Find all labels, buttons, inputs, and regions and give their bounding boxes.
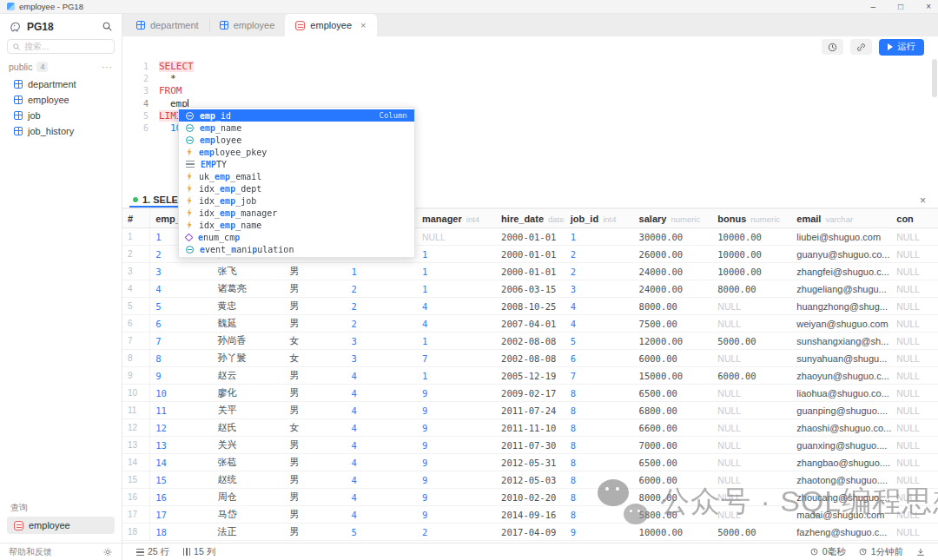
table-cell[interactable]: 10 <box>150 385 213 402</box>
table-cell[interactable]: NULL <box>712 437 791 454</box>
download-icon[interactable] <box>915 547 926 557</box>
table-cell[interactable]: 女 <box>284 333 346 350</box>
table-cell[interactable]: NULL <box>712 454 791 471</box>
table-cell[interactable]: 9 <box>417 402 496 419</box>
table-cell[interactable]: 1 <box>417 263 496 280</box>
table-cell[interactable]: 9 <box>417 489 496 506</box>
table-cell[interactable]: 2012-05-31 <box>496 454 565 471</box>
table-cell[interactable]: 8 <box>565 437 634 454</box>
table-cell[interactable]: 7 <box>565 367 634 385</box>
table-cell[interactable]: NULL <box>891 367 938 385</box>
table-cell[interactable]: 男 <box>284 506 346 524</box>
table-cell[interactable]: 26000.00 <box>634 246 713 263</box>
table-cell[interactable]: 1 <box>417 246 496 263</box>
autocomplete-item[interactable]: employee_pkey <box>179 146 414 158</box>
tab-department[interactable]: department <box>126 14 209 36</box>
sidebar-item-job[interactable]: job <box>0 108 122 123</box>
query-item-employee[interactable]: employee <box>7 517 115 534</box>
table-cell[interactable]: 6600.00 <box>634 419 713 437</box>
table-cell[interactable]: 男 <box>284 367 346 385</box>
table-cell[interactable]: 3 <box>565 280 634 298</box>
table-cell[interactable]: 6500.00 <box>634 454 713 471</box>
table-cell[interactable]: 4 <box>565 315 634 333</box>
table-cell[interactable]: zhangbao@shuguo.... <box>791 454 891 471</box>
table-cell[interactable]: 5000.00 <box>712 333 791 350</box>
table-cell[interactable]: 4 <box>347 419 417 437</box>
table-cell[interactable]: NULL <box>417 228 496 246</box>
table-cell[interactable]: 诸葛亮 <box>213 280 285 298</box>
sidebar-item-department[interactable]: department <box>0 76 122 92</box>
table-cell[interactable]: 1 <box>417 333 496 350</box>
table-cell[interactable]: NULL <box>712 489 791 506</box>
maximize-button[interactable]: □ <box>898 1 903 13</box>
table-cell[interactable]: 男 <box>284 263 346 280</box>
table-cell[interactable]: NULL <box>891 315 938 333</box>
autocomplete-item[interactable]: emp_idColumn <box>179 109 414 122</box>
table-cell[interactable]: 8 <box>565 454 634 471</box>
link-button[interactable] <box>850 39 872 55</box>
table-cell[interactable]: 3 <box>122 263 150 280</box>
run-button[interactable]: 运行 <box>879 39 924 56</box>
column-header-manager[interactable]: managerint4 <box>417 209 496 228</box>
history-button[interactable] <box>822 39 843 55</box>
table-cell[interactable]: 4 <box>150 280 213 298</box>
column-header-#[interactable]: # <box>122 209 150 228</box>
table-cell[interactable]: 16 <box>122 489 150 506</box>
table-cell[interactable]: 17 <box>150 506 213 524</box>
column-header-job_id[interactable]: job_idint4 <box>565 209 634 228</box>
table-cell[interactable]: 女 <box>284 419 346 437</box>
table-cell[interactable]: NULL <box>891 246 938 263</box>
table-cell[interactable]: 8000.00 <box>634 298 713 315</box>
table-cell[interactable]: 4 <box>347 489 417 506</box>
table-cell[interactable]: 周仓 <box>213 489 285 506</box>
table-cell[interactable]: 8 <box>565 402 634 419</box>
table-cell[interactable]: NULL <box>712 385 791 402</box>
table-cell[interactable]: NULL <box>712 419 791 437</box>
table-cell[interactable]: 4 <box>417 315 496 333</box>
table-cell[interactable]: 2 <box>347 315 417 333</box>
table-cell[interactable]: 9 <box>150 367 213 385</box>
table-cell[interactable]: 2014-09-16 <box>496 506 565 524</box>
table-cell[interactable]: 2002-08-08 <box>496 350 565 367</box>
table-cell[interactable]: 6500.00 <box>634 385 713 402</box>
table-cell[interactable]: 4 <box>565 298 634 315</box>
table-cell[interactable]: 2000-01-01 <box>496 228 565 246</box>
table-cell[interactable]: 4 <box>347 367 417 385</box>
table-cell[interactable]: 2002-08-08 <box>496 333 565 350</box>
table-cell[interactable]: sunshangxiang@sh... <box>791 333 891 350</box>
table-cell[interactable]: NULL <box>891 437 938 454</box>
table-cell[interactable]: 2008-10-25 <box>496 298 565 315</box>
table-cell[interactable]: NULL <box>891 385 938 402</box>
table-cell[interactable]: 30000.00 <box>634 228 713 246</box>
table-cell[interactable]: zhugeliang@shugu... <box>791 280 891 298</box>
table-cell[interactable]: 9 <box>417 437 496 454</box>
table-cell[interactable]: 9 <box>417 419 496 437</box>
table-cell[interactable]: 2000-01-01 <box>496 263 565 280</box>
autocomplete-item[interactable]: EMPTY <box>179 158 414 170</box>
table-cell[interactable]: 4 <box>347 402 417 419</box>
more-icon[interactable]: ··· <box>102 63 113 72</box>
table-cell[interactable]: NULL <box>891 263 938 280</box>
tab-employee[interactable]: employee <box>209 14 286 36</box>
gear-icon[interactable] <box>102 547 113 557</box>
table-cell[interactable]: 15000.00 <box>634 367 713 385</box>
table-cell[interactable]: NULL <box>891 333 938 350</box>
table-cell[interactable]: 男 <box>284 402 346 419</box>
table-cell[interactable]: NULL <box>712 350 791 367</box>
table-cell[interactable]: 14 <box>150 454 213 471</box>
table-cell[interactable]: 2000-01-01 <box>496 246 565 263</box>
table-cell[interactable]: 男 <box>284 489 346 506</box>
autocomplete-item[interactable]: idx_emp_manager <box>179 207 414 219</box>
table-cell[interactable]: 10000.00 <box>712 228 791 246</box>
table-cell[interactable]: huangzhong@shug... <box>791 298 891 315</box>
table-cell[interactable]: 4 <box>347 506 417 524</box>
close-tab-icon[interactable]: × <box>360 20 366 30</box>
table-cell[interactable]: NULL <box>891 524 938 541</box>
table-cell[interactable]: 2010-02-20 <box>496 489 565 506</box>
column-header-salary[interactable]: salarynumeric <box>634 209 713 228</box>
table-cell[interactable]: guanyu@shuguo.co... <box>791 246 891 263</box>
table-cell[interactable]: NULL <box>891 489 938 506</box>
table-cell[interactable]: 男 <box>284 280 346 298</box>
table-cell[interactable]: 2011-07-30 <box>496 437 565 454</box>
sidebar-item-employee[interactable]: employee <box>0 92 122 108</box>
